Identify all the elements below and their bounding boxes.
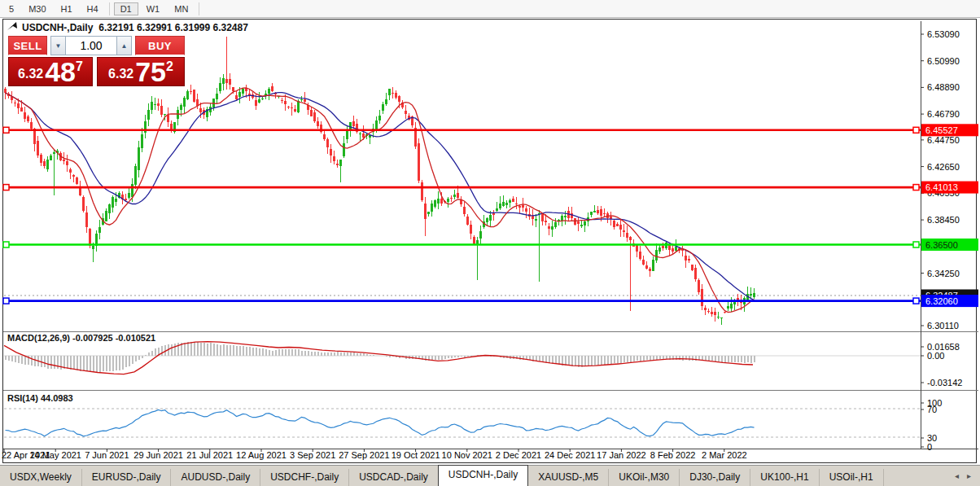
svg-text:6.36500: 6.36500 — [925, 240, 958, 250]
svg-text:6.41013: 6.41013 — [925, 182, 958, 192]
chevron-up-icon: ▲ — [121, 42, 128, 50]
price-axis-label: 6.48890 — [927, 82, 960, 92]
application-window: 5M30H1H4D1W1MN 0.016580.00-0.03142100703… — [0, 0, 980, 486]
tab-usdchf-daily[interactable]: USDCHF-,Daily — [260, 469, 349, 486]
line-handle[interactable] — [913, 242, 919, 247]
buy-price-sup: 2 — [166, 59, 173, 74]
macd-axis-label: -0.03142 — [927, 378, 962, 387]
price-axis-label: 6.30110 — [927, 321, 959, 331]
date-axis-label: 17 Jan 2022 — [597, 450, 646, 460]
svg-text:6.32060: 6.32060 — [925, 296, 958, 306]
rsi-axis-label: 70 — [927, 405, 937, 414]
tab-scroll-arrows: ◂▸ — [951, 466, 980, 486]
line-handle[interactable] — [913, 298, 919, 304]
line-handle[interactable] — [3, 185, 9, 190]
tab-eurusd-daily[interactable]: EURUSD-,Daily — [82, 469, 172, 486]
chevron-down-icon: ▼ — [55, 42, 62, 50]
sell-button[interactable]: SELL — [8, 36, 47, 55]
sell-price-big: 48 — [45, 59, 76, 84]
price-axis-label: 6.44750 — [927, 135, 960, 145]
chart-arrow-icon — [7, 22, 18, 33]
line-handle[interactable] — [3, 127, 9, 133]
symbol-period-label: USDCNH-,Daily — [22, 22, 93, 33]
symbol-tabs: USDX,WeeklyEURUSD-,DailyAUDUSD-,DailyUSD… — [0, 465, 980, 486]
tab-uk100-h1[interactable]: UK100-,H1 — [750, 469, 819, 486]
tab-xauusd-m5[interactable]: XAUUSD-,M5 — [528, 469, 609, 486]
sell-price-prefix: 6.32 — [18, 67, 43, 81]
date-axis-label: 12 Aug 2021 — [236, 450, 287, 460]
buy-quote[interactable]: 6.32 75 2 — [97, 57, 185, 86]
date-axis-label: 2 Dec 2021 — [496, 450, 541, 460]
price-axis-label: 6.46790 — [927, 109, 960, 119]
price-badge: 6.36500 — [921, 239, 978, 251]
buy-price-prefix: 6.32 — [108, 67, 133, 81]
tab-audusd-daily[interactable]: AUDUSD-,Daily — [171, 469, 260, 486]
chart-title: USDCNH-,Daily 6.32191 6.32991 6.31999 6.… — [7, 22, 248, 33]
price-axis-label: 6.38450 — [927, 215, 960, 225]
price-badge: 6.45527 — [921, 124, 978, 136]
date-axis-label: 3 Sep 2021 — [290, 450, 335, 460]
buy-price-big: 75 — [135, 59, 166, 84]
date-axis-label: 24 Dec 2021 — [545, 450, 595, 460]
volume-down-button[interactable]: ▼ — [50, 36, 66, 55]
volume-input[interactable] — [66, 36, 116, 55]
rsi-axis-label: 0 — [927, 442, 932, 452]
date-axis-label: 7 Jun 2021 — [85, 450, 129, 460]
tab-usoil-h1[interactable]: USOil-,H1 — [820, 469, 884, 486]
macd-label: MACD(12,26,9) -0.007925 -0.010521 — [7, 333, 155, 343]
ohlc-values: 6.32191 6.32991 6.31999 6.32487 — [98, 22, 248, 33]
date-axis-label: 8 Feb 2022 — [650, 450, 696, 460]
rsi-line — [6, 410, 755, 436]
svg-text:6.45527: 6.45527 — [925, 125, 958, 135]
tab-scroll-left-icon[interactable]: ◂ — [951, 471, 963, 480]
tab-dj30-daily[interactable]: DJ30-,Daily — [680, 469, 750, 486]
tab-usdcnh-daily[interactable]: USDCNH-,Daily — [438, 465, 528, 486]
line-handle[interactable] — [913, 185, 919, 190]
price-badge: 6.32060 — [921, 295, 978, 307]
date-axis-label: 27 Sep 2021 — [339, 450, 389, 460]
date-axis-label: 14 May 2021 — [29, 450, 81, 460]
tab-usdx-weekly[interactable]: USDX,Weekly — [0, 469, 82, 486]
trade-panel: SELL ▼ ▲ BUY 6.32 48 7 6.32 75 2 — [8, 36, 185, 86]
date-axis-label: 29 Jun 2021 — [133, 450, 183, 460]
buy-button[interactable]: BUY — [135, 36, 185, 55]
macd-axis-label: 0.00 — [927, 351, 944, 361]
rsi-label: RSI(14) 44.0983 — [7, 393, 73, 403]
price-axis-label: 6.53090 — [927, 29, 960, 39]
line-handle[interactable] — [3, 298, 9, 304]
volume-up-button[interactable]: ▲ — [116, 36, 132, 55]
macd-histogram — [6, 342, 755, 372]
tab-ukoil-m30[interactable]: UKOil-,M30 — [609, 469, 680, 486]
tab-usdcad-daily[interactable]: USDCAD-,Daily — [349, 469, 439, 486]
price-axis-label: 6.42650 — [927, 162, 960, 172]
date-axis-label: 19 Oct 2021 — [392, 450, 440, 460]
price-axis-label: 6.50990 — [927, 56, 960, 66]
date-axis-label: 2 Mar 2022 — [702, 450, 747, 460]
tab-scroll-right-icon[interactable]: ▸ — [963, 471, 975, 480]
date-axis-label: 21 Jul 2021 — [186, 450, 233, 460]
line-handle[interactable] — [913, 127, 919, 133]
price-axis-label: 6.34250 — [927, 269, 960, 278]
date-axis-label: 10 Nov 2021 — [442, 450, 492, 460]
sell-quote[interactable]: 6.32 48 7 — [8, 57, 93, 86]
price-badge: 6.41013 — [921, 182, 978, 194]
line-handle[interactable] — [3, 242, 9, 247]
sell-price-sup: 7 — [76, 59, 83, 74]
